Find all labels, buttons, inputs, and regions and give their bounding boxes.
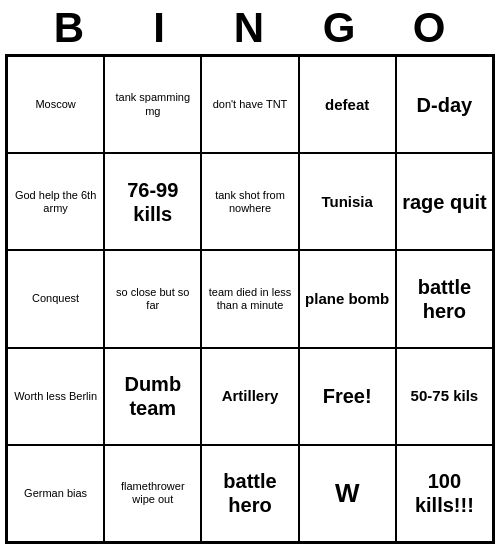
bingo-cell-8: Tunisia	[299, 153, 396, 250]
bingo-cell-19: 50-75 kils	[396, 348, 493, 445]
bingo-cell-20: German bias	[7, 445, 104, 542]
bingo-cell-21: flamethrower wipe out	[104, 445, 201, 542]
bingo-cell-2: don't have TNT	[201, 56, 298, 153]
bingo-cell-16: Dumb team	[104, 348, 201, 445]
bingo-cell-6: 76-99 kills	[104, 153, 201, 250]
bingo-cell-14: battle hero	[396, 250, 493, 347]
bingo-cell-22: battle hero	[201, 445, 298, 542]
bingo-cell-17: Artillery	[201, 348, 298, 445]
bingo-cell-0: Moscow	[7, 56, 104, 153]
bingo-cell-4: D-day	[396, 56, 493, 153]
title-letter-g: G	[295, 4, 385, 52]
bingo-grid: Moscowtank spamming mgdon't have TNTdefe…	[5, 54, 495, 544]
bingo-title: B I N G O	[5, 0, 495, 54]
bingo-cell-24: 100 kills!!!	[396, 445, 493, 542]
bingo-cell-12: team died in less than a minute	[201, 250, 298, 347]
title-letter-i: I	[115, 4, 205, 52]
bingo-cell-1: tank spamming mg	[104, 56, 201, 153]
bingo-cell-7: tank shot from nowhere	[201, 153, 298, 250]
bingo-cell-15: Worth less Berlin	[7, 348, 104, 445]
bingo-cell-5: God help the 6th army	[7, 153, 104, 250]
bingo-cell-13: plane bomb	[299, 250, 396, 347]
bingo-cell-18: Free!	[299, 348, 396, 445]
bingo-cell-10: Conquest	[7, 250, 104, 347]
title-letter-n: N	[205, 4, 295, 52]
bingo-cell-23: W	[299, 445, 396, 542]
bingo-cell-3: defeat	[299, 56, 396, 153]
bingo-cell-9: rage quit	[396, 153, 493, 250]
bingo-cell-11: so close but so far	[104, 250, 201, 347]
title-letter-o: O	[385, 4, 475, 52]
title-letter-b: B	[25, 4, 115, 52]
